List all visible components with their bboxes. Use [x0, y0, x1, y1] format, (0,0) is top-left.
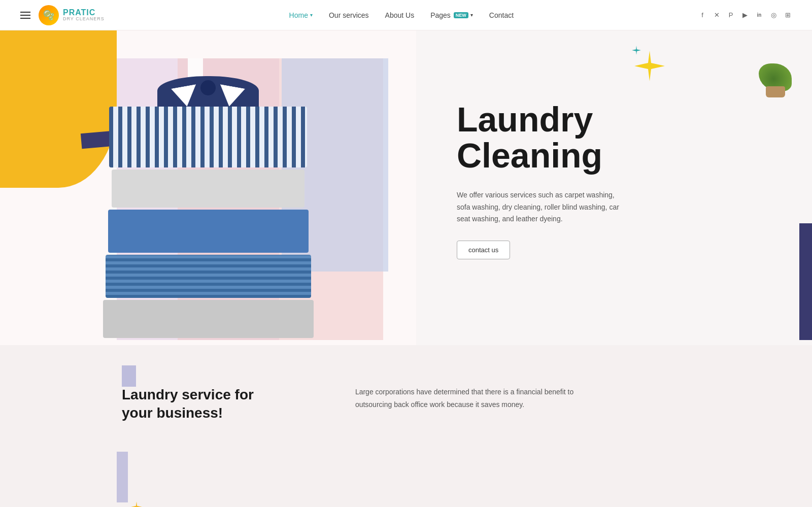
instagram-icon[interactable]: ◎ — [769, 11, 777, 19]
plant-leaves — [759, 63, 792, 91]
navbar: 🫧 PRATIC Dry Cleaners Home ▾ Our service… — [0, 0, 812, 30]
shirt-stack-image — [99, 76, 317, 340]
hero-description: We offer various services such as carpet… — [457, 189, 619, 225]
shirt-light-gray — [103, 300, 314, 338]
logo-text: PRATIC Dry Cleaners — [63, 8, 105, 22]
shirt-white-gray — [112, 170, 304, 208]
linkedin-icon[interactable]: in — [755, 11, 763, 19]
nav-item-pages[interactable]: Pages NEW ▾ — [430, 11, 473, 19]
pages-new-badge: NEW — [454, 12, 468, 18]
hero-title-line2: Cleaning — [457, 136, 602, 175]
lower-right-content: Large corporations have determined that … — [355, 376, 609, 411]
youtube-icon[interactable]: ▶ — [741, 11, 749, 19]
facebook-icon[interactable]: f — [698, 11, 706, 19]
plant-pot — [766, 86, 785, 97]
nav-item-contact[interactable]: Contact — [489, 11, 514, 19]
brand-name: PRATIC — [63, 8, 105, 17]
pages-caret-icon: ▾ — [470, 12, 473, 18]
extra-icon[interactable]: ⊞ — [784, 11, 792, 19]
logo[interactable]: 🫧 PRATIC Dry Cleaners — [39, 5, 105, 25]
hero-left — [0, 30, 416, 345]
hamburger-menu[interactable] — [20, 12, 30, 19]
hero-content: Laundry Cleaning We offer various servic… — [457, 61, 619, 259]
lower-left-content: Laundry service for your business! — [122, 376, 254, 423]
nav-item-home[interactable]: Home ▾ — [289, 11, 313, 19]
x-icon[interactable]: ✕ — [713, 11, 721, 19]
shirt-top-striped — [109, 107, 307, 167]
logo-icon: 🫧 — [39, 5, 59, 25]
hero-right: Laundry Cleaning We offer various servic… — [416, 30, 812, 345]
sparkle-small — [632, 46, 641, 55]
lower-section-title: Laundry service for your business! — [122, 386, 254, 423]
shirt-blue-solid — [108, 210, 309, 253]
sparkle-decoration — [629, 46, 670, 86]
hero-section: Laundry Cleaning We offer various servic… — [0, 30, 812, 345]
lower-description: Large corporations have determined that … — [355, 386, 609, 411]
hero-title: Laundry Cleaning — [457, 102, 619, 174]
contact-us-button[interactable]: contact us — [457, 241, 510, 259]
pinterest-icon[interactable]: P — [727, 11, 735, 19]
home-caret-icon: ▾ — [310, 12, 313, 18]
nav-item-about[interactable]: About Us — [385, 11, 415, 19]
shirt-blue-check — [106, 255, 311, 298]
hero-title-line1: Laundry — [457, 100, 593, 139]
plant-container — [759, 63, 792, 91]
social-icons: f ✕ P ▶ in ◎ ⊞ — [698, 11, 792, 19]
lower-accent-rect2 — [117, 452, 128, 502]
lower-accent-star — [131, 501, 142, 507]
lower-section: Laundry service for your business! Large… — [0, 345, 812, 507]
lower-accent-rect1 — [122, 365, 136, 387]
navbar-left: 🫧 PRATIC Dry Cleaners — [20, 5, 105, 25]
main-nav: Home ▾ Our services About Us Pages NEW ▾… — [289, 11, 514, 19]
brand-sub: Dry Cleaners — [63, 17, 105, 22]
nav-item-services[interactable]: Our services — [329, 11, 369, 19]
dark-side-rect — [799, 223, 812, 340]
sparkle-shape — [629, 46, 670, 86]
shirt-collar — [99, 76, 317, 107]
sparkle-big — [634, 51, 665, 81]
